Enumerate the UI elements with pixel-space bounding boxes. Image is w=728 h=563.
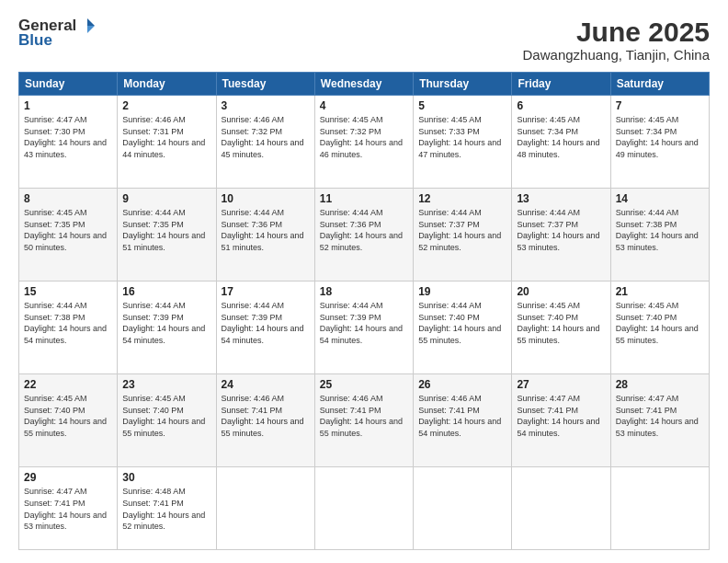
- table-row: 7Sunrise: 4:45 AMSunset: 7:34 PMDaylight…: [610, 96, 709, 189]
- table-row: 11Sunrise: 4:44 AMSunset: 7:36 PMDayligh…: [314, 189, 413, 282]
- table-row: 6Sunrise: 4:45 AMSunset: 7:34 PMDaylight…: [512, 96, 610, 189]
- table-row: 24Sunrise: 4:46 AMSunset: 7:41 PMDayligh…: [216, 374, 314, 467]
- logo-flag-icon: [78, 17, 97, 35]
- svg-marker-1: [87, 26, 95, 33]
- table-row: 2Sunrise: 4:46 AMSunset: 7:31 PMDaylight…: [118, 96, 216, 189]
- table-row: 16Sunrise: 4:44 AMSunset: 7:39 PMDayligh…: [118, 282, 216, 374]
- table-row: 28Sunrise: 4:47 AMSunset: 7:41 PMDayligh…: [610, 374, 709, 467]
- th-thursday: Thursday: [414, 73, 512, 96]
- table-row: 25Sunrise: 4:46 AMSunset: 7:41 PMDayligh…: [314, 374, 413, 467]
- th-friday: Friday: [512, 73, 610, 96]
- title-block: June 2025 Dawangzhuang, Tianjin, China: [523, 17, 710, 63]
- table-row: [610, 467, 709, 550]
- table-row: 4Sunrise: 4:45 AMSunset: 7:32 PMDaylight…: [314, 96, 413, 189]
- table-row: 21Sunrise: 4:45 AMSunset: 7:40 PMDayligh…: [610, 282, 709, 374]
- th-monday: Monday: [118, 73, 216, 96]
- calendar-subtitle: Dawangzhuang, Tianjin, China: [523, 47, 710, 63]
- th-tuesday: Tuesday: [216, 73, 314, 96]
- table-row: 10Sunrise: 4:44 AMSunset: 7:36 PMDayligh…: [216, 189, 314, 282]
- table-row: [414, 467, 512, 550]
- th-wednesday: Wednesday: [314, 73, 413, 96]
- table-row: [512, 467, 610, 550]
- table-row: 17Sunrise: 4:44 AMSunset: 7:39 PMDayligh…: [216, 282, 314, 374]
- table-row: 3Sunrise: 4:46 AMSunset: 7:32 PMDaylight…: [216, 96, 314, 189]
- table-row: 23Sunrise: 4:45 AMSunset: 7:40 PMDayligh…: [118, 374, 216, 467]
- table-row: 14Sunrise: 4:44 AMSunset: 7:38 PMDayligh…: [610, 189, 709, 282]
- calendar-table: Sunday Monday Tuesday Wednesday Thursday…: [18, 72, 710, 550]
- table-row: 8Sunrise: 4:45 AMSunset: 7:35 PMDaylight…: [19, 189, 118, 282]
- table-row: 18Sunrise: 4:44 AMSunset: 7:39 PMDayligh…: [314, 282, 413, 374]
- table-row: 13Sunrise: 4:44 AMSunset: 7:37 PMDayligh…: [512, 189, 610, 282]
- logo: General Blue: [18, 17, 97, 50]
- table-row: 26Sunrise: 4:46 AMSunset: 7:41 PMDayligh…: [414, 374, 512, 467]
- table-row: 30Sunrise: 4:48 AMSunset: 7:41 PMDayligh…: [118, 467, 216, 550]
- table-row: 27Sunrise: 4:47 AMSunset: 7:41 PMDayligh…: [512, 374, 610, 467]
- svg-marker-0: [87, 18, 95, 26]
- th-saturday: Saturday: [610, 73, 709, 96]
- calendar-title: June 2025: [523, 17, 710, 47]
- table-row: 9Sunrise: 4:44 AMSunset: 7:35 PMDaylight…: [118, 189, 216, 282]
- table-row: 15Sunrise: 4:44 AMSunset: 7:38 PMDayligh…: [19, 282, 118, 374]
- th-sunday: Sunday: [19, 73, 118, 96]
- table-row: 5Sunrise: 4:45 AMSunset: 7:33 PMDaylight…: [414, 96, 512, 189]
- page: General Blue June 2025 Dawangzhuang, Tia…: [0, 0, 728, 563]
- table-row: 19Sunrise: 4:44 AMSunset: 7:40 PMDayligh…: [414, 282, 512, 374]
- table-row: [216, 467, 314, 550]
- calendar-header-row: Sunday Monday Tuesday Wednesday Thursday…: [19, 73, 710, 96]
- header: General Blue June 2025 Dawangzhuang, Tia…: [18, 17, 710, 63]
- table-row: 22Sunrise: 4:45 AMSunset: 7:40 PMDayligh…: [19, 374, 118, 467]
- table-row: 1Sunrise: 4:47 AMSunset: 7:30 PMDaylight…: [19, 96, 118, 189]
- table-row: 12Sunrise: 4:44 AMSunset: 7:37 PMDayligh…: [414, 189, 512, 282]
- table-row: [314, 467, 413, 550]
- table-row: 29Sunrise: 4:47 AMSunset: 7:41 PMDayligh…: [19, 467, 118, 550]
- table-row: 20Sunrise: 4:45 AMSunset: 7:40 PMDayligh…: [512, 282, 610, 374]
- logo-blue-text: Blue: [18, 31, 52, 50]
